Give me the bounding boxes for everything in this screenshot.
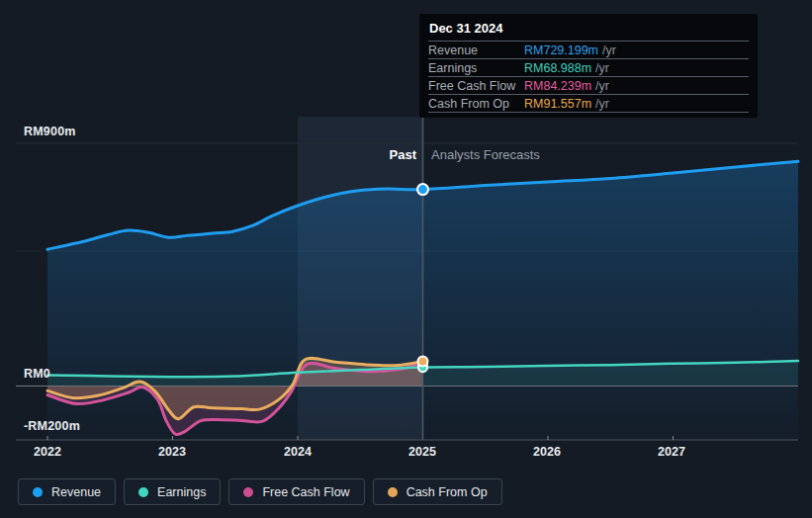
y-axis-label-0: RM0 [24,367,50,381]
chart-tooltip: Dec 31 2024 Revenue RM729.199m /yr Earni… [419,14,758,118]
financial-forecast-chart: { "tooltip": { "title": "Dec 31 2024", "… [0,0,812,518]
chart-legend: Revenue Earnings Free Cash Flow Cash Fro… [18,478,502,505]
forecast-zone-label: Analysts Forecasts [431,147,540,162]
past-zone-label: Past [390,147,416,162]
tooltip-label: Revenue [428,43,524,57]
tooltip-row-earnings: Earnings RM68.988m /yr [428,58,749,76]
x-axis-label-2026: 2026 [517,445,577,459]
cash-from-op-dot-icon [388,487,398,497]
x-axis-label-2025: 2025 [393,445,452,459]
tooltip-value: RM68.988m [524,61,591,75]
legend-toggle-cash-from-op[interactable]: Cash From Op [373,478,502,505]
free-cash-flow-dot-icon [243,487,253,497]
tooltip-label: Free Cash Flow [428,79,524,93]
revenue-marker [417,184,428,195]
tooltip-unit: /yr [595,79,609,93]
legend-toggle-revenue[interactable]: Revenue [18,478,116,505]
tooltip-row-revenue: Revenue RM729.199m /yr [428,41,749,58]
cash-from-op-marker [418,356,428,366]
legend-toggle-free-cash-flow[interactable]: Free Cash Flow [228,478,364,505]
revenue-dot-icon [33,487,43,497]
tooltip-row-cash-from-op: Cash From Op RM91.557m /yr [428,94,749,113]
tooltip-label: Earnings [428,61,524,75]
legend-toggle-earnings[interactable]: Earnings [124,478,221,505]
legend-label: Free Cash Flow [262,485,349,499]
legend-label: Cash From Op [406,485,488,499]
tooltip-label: Cash From Op [428,97,524,111]
tooltip-unit: /yr [595,97,609,111]
y-axis-label-900m: RM900m [24,125,76,138]
x-axis-label-2022: 2022 [18,445,77,459]
tooltip-date: Dec 31 2024 [419,14,758,41]
earnings-dot-icon [138,487,148,497]
x-axis-label-2027: 2027 [642,445,701,459]
legend-label: Earnings [157,485,206,499]
y-axis-label-neg200m: -RM200m [24,419,80,433]
tooltip-value: RM729.199m [524,43,598,57]
tooltip-unit: /yr [595,61,609,75]
x-axis-label-2024: 2024 [268,445,327,459]
x-axis-label-2023: 2023 [142,445,202,459]
legend-label: Revenue [51,485,101,499]
tooltip-value: RM84.239m [524,79,591,93]
tooltip-row-free-cash-flow: Free Cash Flow RM84.239m /yr [428,76,749,94]
tooltip-value: RM91.557m [524,97,591,111]
tooltip-unit: /yr [602,43,616,57]
